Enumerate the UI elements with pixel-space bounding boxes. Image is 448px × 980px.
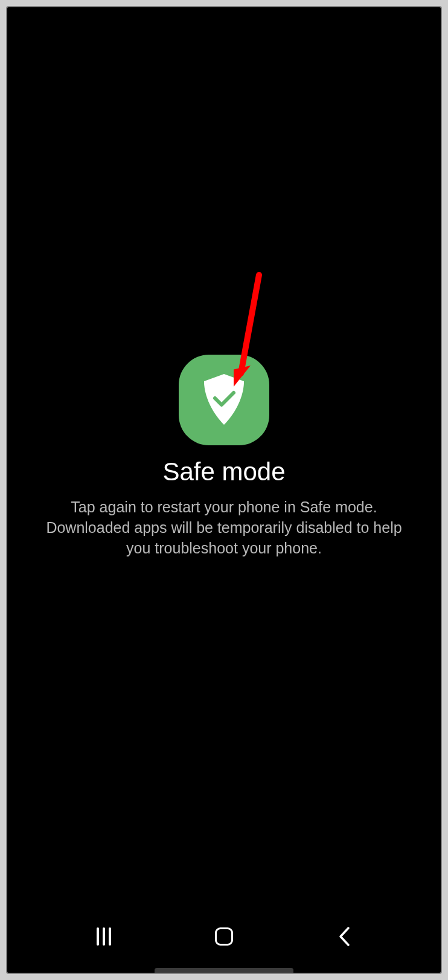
home-button[interactable] <box>209 921 239 952</box>
recents-icon <box>97 927 111 946</box>
recents-button[interactable] <box>89 921 119 952</box>
navigation-bar <box>7 906 441 973</box>
safe-mode-description: Tap again to restart your phone in Safe … <box>37 497 411 558</box>
phone-screen: Safe mode Tap again to restart your phon… <box>6 6 442 974</box>
safe-mode-confirmation: Safe mode Tap again to restart your phon… <box>7 7 441 906</box>
home-icon <box>215 927 233 946</box>
gesture-indicator <box>155 968 293 973</box>
back-icon <box>338 926 350 947</box>
shield-check-icon <box>200 373 248 427</box>
back-button[interactable] <box>329 921 359 952</box>
safe-mode-button[interactable] <box>179 355 269 445</box>
safe-mode-title: Safe mode <box>162 457 285 486</box>
